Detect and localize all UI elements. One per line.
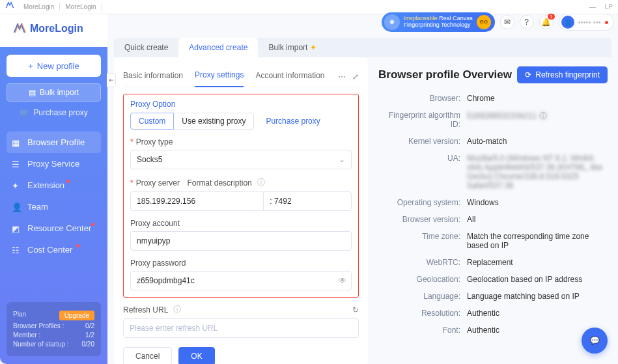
- sidebar-item-cost-center[interactable]: ☷ Cost Center: [7, 239, 101, 260]
- mail-icon[interactable]: ✉: [500, 15, 514, 29]
- proxy-password-input[interactable]: [130, 271, 352, 290]
- chat-fab[interactable]: 💬: [582, 328, 608, 354]
- proxy-option-label: Proxy Option: [130, 100, 352, 109]
- sidebar-collapse-handle[interactable]: ⇤: [107, 73, 116, 87]
- new-profile-label: New profile: [37, 61, 79, 71]
- refresh-icon[interactable]: ↻: [352, 305, 359, 315]
- titlebar-tab-2[interactable]: MoreLogin: [60, 3, 102, 10]
- overview-key: Browser version:: [378, 215, 467, 224]
- proxy-account-label: Proxy account: [130, 219, 352, 228]
- overview-key: Geolocation:: [378, 275, 467, 284]
- sidebar-item-browser-profile[interactable]: ▦ Browser Profile: [7, 132, 101, 153]
- window-restore[interactable]: LP: [605, 3, 613, 10]
- dot-indicator: [605, 21, 608, 24]
- sidebar-item-team[interactable]: 👤 Team: [7, 196, 101, 217]
- overview-row: Geolocation:Geolocation based on IP addr…: [378, 275, 608, 284]
- subtab-proxy[interactable]: Proxy settings: [195, 66, 244, 87]
- puzzle-icon: ✦: [12, 181, 21, 190]
- logo: MoreLogin: [0, 14, 107, 47]
- topbar: ◉ Irreplaceable Real Canvas Fingerprinti…: [111, 13, 614, 31]
- overview-row: Operating system:Windows: [378, 198, 608, 207]
- sidebar-item-resource-center[interactable]: ◩ Resource Center: [7, 217, 101, 239]
- sidebar: MoreLogin + New profile ▤ Bulk import 🛒 …: [0, 14, 107, 364]
- purchase-proxy-inline-link[interactable]: Purchase proxy: [266, 117, 320, 126]
- avatar: 👤: [561, 16, 574, 29]
- plan-k: Member :: [13, 331, 40, 339]
- refresh-fingerprint-button[interactable]: ⟳ Refresh fingerprint: [517, 66, 608, 83]
- overview-key: WebRTC:: [378, 258, 467, 267]
- plan-row-member: Member : 1/2: [13, 331, 94, 339]
- overview-key: Language:: [378, 292, 467, 301]
- info-icon[interactable]: ⓘ: [173, 304, 181, 315]
- overview-value: Windows: [467, 198, 608, 207]
- dot-indicator: [91, 223, 94, 226]
- overview-value: All: [467, 215, 608, 224]
- info-icon[interactable]: ⓘ: [257, 177, 265, 188]
- seg-existing[interactable]: Use existing proxy: [174, 113, 254, 130]
- overview-value: Language matching based on IP: [467, 292, 608, 301]
- refresh-url-input[interactable]: [123, 318, 359, 338]
- sidebar-item-label: Proxy Service: [27, 159, 79, 169]
- plan-k: Browser Profiles :: [13, 322, 64, 329]
- banner-line2: Fingerprinting Technology: [404, 22, 473, 29]
- tab-advanced-create[interactable]: Advanced create: [178, 38, 258, 57]
- overview-value: Chrome: [467, 94, 608, 103]
- purchase-proxy-link[interactable]: 🛒 Purchase proxy: [7, 108, 101, 117]
- overview-key: Font:: [378, 326, 467, 335]
- tab-quick-create[interactable]: Quick create: [114, 38, 178, 57]
- subtab-basic[interactable]: Basic information: [123, 67, 183, 87]
- proxy-host-input[interactable]: [130, 191, 263, 211]
- overview-row: Kernel version:Auto-match: [378, 137, 608, 146]
- proxy-account-input[interactable]: [130, 231, 352, 251]
- list-icon: ☰: [12, 160, 21, 169]
- chat-icon: 💬: [590, 336, 600, 345]
- sidebar-item-extension[interactable]: ✦ Extension: [7, 175, 101, 196]
- tab-bulk-label: Bulk import: [268, 43, 307, 52]
- new-profile-button[interactable]: + New profile: [7, 55, 101, 77]
- seg-custom[interactable]: Custom: [130, 113, 174, 130]
- expand-icon[interactable]: ⤢: [352, 72, 359, 81]
- sidebar-item-label: Extension: [27, 180, 64, 190]
- refresh-url-label: Refresh URL ⓘ: [123, 304, 181, 315]
- overview-value: Match the corresponding time zone based …: [467, 232, 608, 250]
- proxy-option-segment: Custom Use existing proxy Purchase proxy: [130, 113, 352, 130]
- overview-row: Language:Language matching based on IP: [378, 292, 608, 301]
- titlebar-tab-1[interactable]: MoreLogin: [18, 3, 60, 10]
- sidebar-item-proxy-service[interactable]: ☰ Proxy Service: [7, 153, 101, 175]
- overview-key: UA:: [378, 154, 467, 190]
- overview-row: Resolution:Authentic: [378, 309, 608, 318]
- ok-button[interactable]: OK: [178, 347, 214, 364]
- promo-banner[interactable]: ◉ Irreplaceable Real Canvas Fingerprinti…: [382, 12, 495, 32]
- plan-k: Number of startup :: [13, 341, 69, 348]
- window-minimize[interactable]: —: [589, 3, 596, 10]
- proxy-port-input[interactable]: [263, 191, 352, 211]
- overview-row: UA:Mozilla/5.0 (Windows NT 6.1; Win64; x…: [378, 154, 608, 190]
- tab-bulk-import[interactable]: Bulk import ✦: [258, 38, 327, 57]
- overview-row: Browser:Chrome: [378, 94, 608, 103]
- cube-icon: ◩: [12, 224, 21, 233]
- overview-value: Authentic: [467, 309, 608, 318]
- bell-icon[interactable]: 🔔1: [539, 15, 554, 29]
- cancel-button[interactable]: Cancel: [123, 347, 172, 364]
- proxy-password-label: Proxy password: [130, 259, 352, 268]
- bulk-import-button[interactable]: ▤ Bulk import: [7, 83, 101, 102]
- overview-row: Browser version:All: [378, 215, 608, 224]
- plan-row-startup: Number of startup : 0/20: [13, 341, 94, 348]
- user-menu[interactable]: 👤 ••••• •••: [559, 14, 614, 31]
- proxy-type-select[interactable]: Socks5 ⌄: [130, 150, 352, 169]
- wallet-icon: ☷: [12, 245, 21, 255]
- eye-icon[interactable]: 👁: [339, 276, 346, 285]
- subtab-account[interactable]: Account information: [255, 67, 324, 87]
- help-icon[interactable]: ?: [520, 15, 534, 29]
- more-icon[interactable]: ⋯: [338, 72, 346, 81]
- overview-panel: Browser profile Overview ⟳ Refresh finge…: [377, 57, 611, 364]
- go-badge[interactable]: GO: [477, 15, 491, 29]
- dot-indicator: [66, 180, 70, 183]
- form-panel: Basic information Proxy settings Account…: [114, 57, 368, 364]
- overview-value: Replacement: [467, 258, 608, 267]
- bulk-import-label: Bulk import: [40, 88, 79, 97]
- upgrade-button[interactable]: Upgrade: [59, 311, 94, 320]
- plan-v: 1/2: [85, 331, 94, 339]
- info-icon[interactable]: ⓘ: [539, 111, 547, 120]
- chevron-down-icon: ⌄: [339, 155, 345, 164]
